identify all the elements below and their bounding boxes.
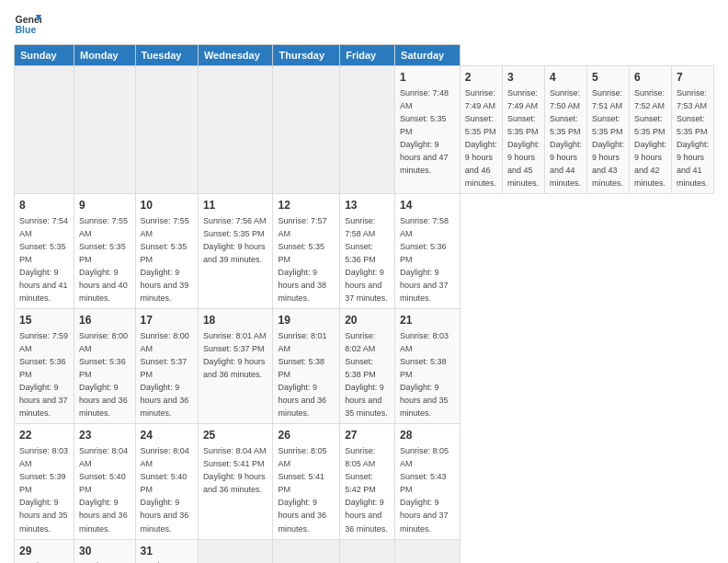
day-info: Sunrise: 8:02 AMSunset: 5:38 PMDaylight:… <box>345 331 388 418</box>
calendar-cell: 13Sunrise: 7:58 AMSunset: 5:36 PMDayligh… <box>340 194 395 309</box>
header: General Blue <box>14 9 714 37</box>
day-number: 25 <box>203 428 268 443</box>
day-number: 26 <box>278 428 335 443</box>
empty-cell <box>198 66 273 194</box>
day-number: 18 <box>203 313 268 328</box>
day-number: 15 <box>19 313 69 328</box>
col-header-sunday: Sunday <box>15 45 74 66</box>
header-row: SundayMondayTuesdayWednesdayThursdayFrid… <box>15 45 714 66</box>
calendar-cell: 3Sunrise: 7:49 AMSunset: 5:35 PMDaylight… <box>502 66 544 194</box>
day-number: 21 <box>400 313 455 328</box>
day-info: Sunrise: 8:03 AMSunset: 5:38 PMDaylight:… <box>400 331 449 418</box>
calendar-cell: 10Sunrise: 7:55 AMSunset: 5:35 PMDayligh… <box>135 194 198 309</box>
empty-cell <box>15 66 74 194</box>
calendar-cell: 18Sunrise: 8:01 AMSunset: 5:37 PMDayligh… <box>198 309 273 424</box>
day-info: Sunrise: 8:00 AMSunset: 5:37 PMDaylight:… <box>141 331 189 418</box>
empty-cell <box>273 66 340 194</box>
day-info: Sunrise: 8:05 AMSunset: 5:43 PMDaylight:… <box>400 446 449 533</box>
day-number: 2 <box>465 70 497 86</box>
calendar-cell: 30Sunrise: 8:06 AMSunset: 5:44 PMDayligh… <box>74 539 136 563</box>
day-info: Sunrise: 7:55 AMSunset: 5:35 PMDaylight:… <box>79 216 128 303</box>
calendar-cell: 9Sunrise: 7:55 AMSunset: 5:35 PMDaylight… <box>74 194 136 309</box>
calendar-row: 8Sunrise: 7:54 AMSunset: 5:35 PMDaylight… <box>15 194 714 309</box>
day-info: Sunrise: 7:49 AMSunset: 5:35 PMDaylight:… <box>507 88 540 188</box>
day-number: 14 <box>400 198 455 213</box>
calendar-row: 15Sunrise: 7:59 AMSunset: 5:36 PMDayligh… <box>15 309 714 424</box>
day-info: Sunrise: 8:01 AMSunset: 5:37 PMDaylight:… <box>203 331 267 379</box>
day-info: Sunrise: 7:55 AMSunset: 5:35 PMDaylight:… <box>141 216 189 303</box>
day-number: 3 <box>507 70 540 86</box>
calendar-cell: 20Sunrise: 8:02 AMSunset: 5:38 PMDayligh… <box>340 309 395 424</box>
day-info: Sunrise: 7:54 AMSunset: 5:35 PMDaylight:… <box>19 216 68 303</box>
logo-icon: General Blue <box>14 9 41 37</box>
col-header-wednesday: Wednesday <box>198 45 273 66</box>
day-number: 1 <box>400 70 455 86</box>
day-info: Sunrise: 8:05 AMSunset: 5:41 PMDaylight:… <box>278 446 326 533</box>
day-number: 29 <box>19 544 69 559</box>
calendar-cell: 17Sunrise: 8:00 AMSunset: 5:37 PMDayligh… <box>135 309 198 424</box>
day-number: 12 <box>278 198 335 213</box>
empty-cell <box>340 66 395 194</box>
calendar-row: 22Sunrise: 8:03 AMSunset: 5:39 PMDayligh… <box>15 424 714 539</box>
day-info: Sunrise: 8:04 AMSunset: 5:40 PMDaylight:… <box>141 446 189 533</box>
calendar-cell: 28Sunrise: 8:05 AMSunset: 5:43 PMDayligh… <box>395 424 461 539</box>
calendar-row: 1Sunrise: 7:48 AMSunset: 5:35 PMDaylight… <box>15 66 714 194</box>
calendar-cell: 8Sunrise: 7:54 AMSunset: 5:35 PMDaylight… <box>15 194 74 309</box>
day-info: Sunrise: 8:04 AMSunset: 5:41 PMDaylight:… <box>203 446 267 494</box>
page: General Blue SundayMondayTuesdayWednesda… <box>0 0 728 563</box>
calendar-cell: 16Sunrise: 8:00 AMSunset: 5:36 PMDayligh… <box>74 309 136 424</box>
calendar-cell: 4Sunrise: 7:50 AMSunset: 5:35 PMDaylight… <box>544 66 586 194</box>
calendar-cell: 29Sunrise: 8:06 AMSunset: 5:43 PMDayligh… <box>15 539 74 563</box>
day-number: 4 <box>550 70 582 86</box>
calendar-cell: 1Sunrise: 7:48 AMSunset: 5:35 PMDaylight… <box>395 66 461 194</box>
day-info: Sunrise: 7:51 AMSunset: 5:35 PMDaylight:… <box>592 88 624 188</box>
day-info: Sunrise: 7:52 AMSunset: 5:35 PMDaylight:… <box>634 88 666 188</box>
col-header-thursday: Thursday <box>273 45 340 66</box>
calendar-cell: 15Sunrise: 7:59 AMSunset: 5:36 PMDayligh… <box>15 309 74 424</box>
day-number: 20 <box>345 313 390 328</box>
calendar-cell: 23Sunrise: 8:04 AMSunset: 5:40 PMDayligh… <box>74 424 136 539</box>
svg-text:Blue: Blue <box>16 24 37 35</box>
calendar-cell: 12Sunrise: 7:57 AMSunset: 5:35 PMDayligh… <box>273 194 340 309</box>
day-info: Sunrise: 7:49 AMSunset: 5:35 PMDaylight:… <box>465 88 497 188</box>
calendar-cell: 25Sunrise: 8:04 AMSunset: 5:41 PMDayligh… <box>198 424 273 539</box>
col-header-friday: Friday <box>340 45 395 66</box>
calendar-cell: 24Sunrise: 8:04 AMSunset: 5:40 PMDayligh… <box>135 424 198 539</box>
day-info: Sunrise: 7:58 AMSunset: 5:36 PMDaylight:… <box>345 216 388 303</box>
col-header-tuesday: Tuesday <box>135 45 198 66</box>
calendar-cell <box>273 539 340 563</box>
day-info: Sunrise: 7:50 AMSunset: 5:35 PMDaylight:… <box>550 88 582 188</box>
calendar-cell <box>198 539 273 563</box>
day-number: 28 <box>400 428 455 443</box>
calendar-cell: 27Sunrise: 8:05 AMSunset: 5:42 PMDayligh… <box>340 424 395 539</box>
day-number: 16 <box>79 313 131 328</box>
day-info: Sunrise: 7:59 AMSunset: 5:36 PMDaylight:… <box>19 331 68 418</box>
calendar-cell: 26Sunrise: 8:05 AMSunset: 5:41 PMDayligh… <box>273 424 340 539</box>
calendar-table: SundayMondayTuesdayWednesdayThursdayFrid… <box>14 44 714 563</box>
day-number: 27 <box>345 428 390 443</box>
calendar-cell: 22Sunrise: 8:03 AMSunset: 5:39 PMDayligh… <box>15 424 74 539</box>
calendar-cell: 19Sunrise: 8:01 AMSunset: 5:38 PMDayligh… <box>273 309 340 424</box>
calendar-cell <box>340 539 395 563</box>
day-info: Sunrise: 8:04 AMSunset: 5:40 PMDaylight:… <box>79 446 128 533</box>
day-number: 9 <box>79 198 131 213</box>
day-number: 13 <box>345 198 390 213</box>
calendar-cell: 21Sunrise: 8:03 AMSunset: 5:38 PMDayligh… <box>395 309 461 424</box>
calendar-cell: 6Sunrise: 7:52 AMSunset: 5:35 PMDaylight… <box>629 66 671 194</box>
day-info: Sunrise: 7:58 AMSunset: 5:36 PMDaylight:… <box>400 216 449 303</box>
calendar-row: 29Sunrise: 8:06 AMSunset: 5:43 PMDayligh… <box>15 539 714 563</box>
col-header-saturday: Saturday <box>395 45 461 66</box>
day-number: 11 <box>203 198 268 213</box>
day-number: 24 <box>141 428 193 443</box>
day-info: Sunrise: 8:05 AMSunset: 5:42 PMDaylight:… <box>345 446 388 533</box>
calendar-cell <box>395 539 461 563</box>
day-number: 31 <box>141 544 193 559</box>
col-header-monday: Monday <box>74 45 136 66</box>
day-number: 22 <box>19 428 69 443</box>
day-info: Sunrise: 7:56 AMSunset: 5:35 PMDaylight:… <box>203 216 267 264</box>
empty-cell <box>135 66 198 194</box>
day-number: 17 <box>141 313 193 328</box>
day-number: 8 <box>19 198 69 213</box>
day-number: 23 <box>79 428 131 443</box>
day-number: 10 <box>141 198 193 213</box>
